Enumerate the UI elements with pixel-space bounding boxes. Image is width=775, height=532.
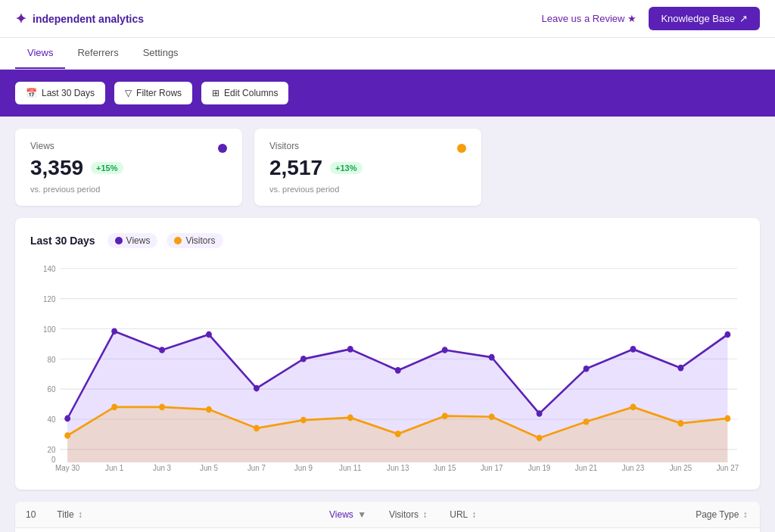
nav-item-settings[interactable]: Settings — [131, 38, 191, 69]
col-visitors[interactable]: Visitors ↕ — [378, 502, 439, 528]
kb-label: Knowledge Base — [661, 13, 735, 24]
col-views[interactable]: Views ▼ — [319, 502, 378, 528]
col-num: 10 — [15, 502, 46, 528]
calendar-icon: 📅 — [26, 88, 37, 98]
visitors-dot-4 — [254, 425, 260, 432]
svg-text:Jun 23: Jun 23 — [622, 463, 645, 471]
visitors-dot-1 — [111, 404, 117, 411]
svg-text:40: 40 — [47, 415, 55, 424]
views-dot-7 — [395, 367, 401, 374]
logo-icon: ✦ — [15, 11, 26, 27]
views-dot-12 — [630, 346, 636, 353]
legend-visitors-dot — [174, 237, 182, 244]
nav: Views Referrers Settings — [0, 38, 775, 70]
visitors-dot-12 — [630, 404, 636, 411]
chart-card: Last 30 Days Views Visitors — [15, 218, 760, 490]
svg-text:140: 140 — [43, 265, 56, 273]
filter-label: Filter Rows — [136, 88, 182, 98]
row-count: 10 — [26, 509, 36, 520]
visitors-value: 2,517 +13% — [269, 156, 466, 180]
svg-text:20: 20 — [47, 446, 55, 454]
date-range-button[interactable]: 📅 Last 30 Days — [15, 82, 105, 104]
views-sort-icon: ▼ — [357, 509, 366, 520]
svg-text:100: 100 — [43, 325, 56, 333]
review-link[interactable]: Leave us a Review ★ — [542, 13, 637, 24]
table-card: 10 Title ↕ Views ▼ Visitors ↕ URL ↕ — [15, 502, 760, 532]
svg-text:Jun 3: Jun 3 — [153, 463, 171, 471]
col-page-type[interactable]: Page Type ↕ — [685, 502, 760, 528]
visitors-dot-5 — [300, 417, 307, 424]
legend-views: Views — [107, 233, 158, 248]
svg-text:120: 120 — [43, 295, 56, 303]
row-title-1: 5 Social Media Marketing Tips for Fashio… — [46, 528, 319, 533]
url-sort-icon: ↕ — [472, 509, 476, 520]
table-header-row: 10 Title ↕ Views ▼ Visitors ↕ URL ↕ — [15, 502, 760, 528]
visitors-sort-icon: ↕ — [422, 509, 427, 520]
views-dot-9 — [489, 354, 495, 361]
table-row: 1 5 Social Media Marketing Tips for Fash… — [15, 528, 760, 533]
chart-container: 140 120 100 80 60 40 20 0 — [30, 260, 745, 474]
views-dot-2 — [159, 347, 165, 353]
external-link-icon: ↗ — [739, 13, 748, 24]
row-page-type-1: 📌 Post — [685, 528, 760, 533]
page-type-sort-icon: ↕ — [743, 509, 748, 520]
filter-rows-button[interactable]: ▽ Filter Rows — [114, 82, 192, 104]
views-dot-10 — [537, 410, 543, 417]
visitors-label: Visitors — [269, 141, 299, 151]
knowledge-base-button[interactable]: Knowledge Base ↗ — [649, 7, 760, 30]
svg-text:Jun 1: Jun 1 — [105, 463, 123, 471]
row-num-1: 1 — [15, 528, 46, 533]
svg-text:80: 80 — [47, 355, 55, 363]
visitors-dot-6 — [347, 415, 353, 422]
svg-text:Jun 7: Jun 7 — [247, 463, 266, 471]
views-dot-8 — [442, 347, 448, 353]
visitors-dot-9 — [489, 413, 495, 420]
svg-text:Jun 9: Jun 9 — [294, 463, 313, 471]
chart-title: Last 30 Days — [30, 235, 95, 247]
legend-visitors-label: Visitors — [185, 235, 215, 246]
logo: ✦ independent analytics — [15, 11, 144, 27]
nav-item-views[interactable]: Views — [15, 38, 65, 69]
views-dot-13 — [678, 365, 684, 372]
legend-views-label: Views — [126, 235, 151, 246]
review-label: Leave us a Review — [542, 13, 625, 24]
legend-visitors: Visitors — [167, 233, 223, 248]
views-stat-header: Views — [30, 141, 227, 156]
views-badge: +15% — [91, 162, 123, 174]
visitors-dot-8 — [442, 412, 448, 419]
visitors-dot-2 — [159, 404, 165, 411]
svg-text:60: 60 — [47, 385, 55, 394]
content: Views 3,359 +15% vs. previous period Vis… — [0, 117, 775, 532]
legend-views-dot — [115, 237, 123, 244]
col-url[interactable]: URL ↕ — [439, 502, 685, 528]
row-views-1: 479 — [319, 528, 378, 533]
visitors-dot-13 — [678, 420, 684, 427]
row-url-1[interactable]: /5-social-media-marketing-tips-for-fashi… — [439, 528, 685, 533]
columns-icon: ⊞ — [212, 88, 219, 98]
visitors-stat-header: Visitors — [269, 141, 466, 156]
svg-text:Jun 15: Jun 15 — [434, 463, 456, 471]
views-vs: vs. previous period — [30, 185, 227, 194]
visitors-dot-10 — [537, 434, 543, 441]
visitors-dot-3 — [206, 406, 212, 413]
svg-text:Jun 5: Jun 5 — [200, 463, 218, 471]
views-value: 3,359 +15% — [30, 156, 227, 180]
svg-text:Jun 25: Jun 25 — [670, 463, 693, 471]
chart-legend: Views Visitors — [107, 233, 223, 248]
views-dot-0 — [64, 415, 70, 422]
svg-text:Jun 13: Jun 13 — [387, 463, 409, 471]
views-dot-1 — [111, 328, 117, 334]
edit-columns-button[interactable]: ⊞ Edit Columns — [201, 82, 288, 104]
filter-icon: ▽ — [125, 88, 132, 98]
views-dot-6 — [347, 346, 353, 353]
visitors-stat-card: Visitors 2,517 +13% vs. previous period — [254, 129, 481, 206]
star-icon: ★ — [627, 13, 636, 24]
header-actions: Leave us a Review ★ Knowledge Base ↗ — [542, 7, 760, 30]
col-title[interactable]: Title ↕ — [46, 502, 319, 528]
date-range-label: Last 30 Days — [42, 88, 95, 98]
nav-item-referrers[interactable]: Referrers — [65, 38, 130, 69]
header: ✦ independent analytics Leave us a Revie… — [0, 0, 775, 38]
visitors-dot-11 — [584, 418, 590, 425]
svg-text:Jun 17: Jun 17 — [481, 463, 503, 471]
views-dot-4 — [254, 385, 260, 392]
